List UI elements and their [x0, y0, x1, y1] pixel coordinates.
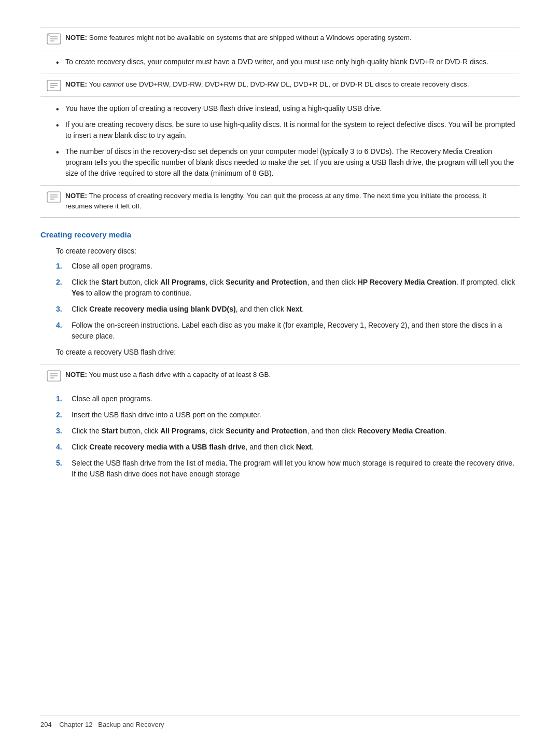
bullet-item-3: If you are creating recovery discs, be s… — [56, 119, 520, 141]
bullet-item-4: The number of discs in the recovery-disc… — [56, 146, 520, 179]
intro-dvd: To create recovery discs: — [56, 246, 520, 257]
note-icon-1: ✎ — [47, 33, 61, 45]
intro-usb: To create a recovery USB flash drive: — [56, 347, 520, 358]
note-1-body: Some features might not be available on … — [89, 34, 412, 41]
dvd-step-1: 1. Close all open programs. — [56, 261, 520, 272]
usb-step-4-num: 4. — [56, 442, 66, 453]
usb-step-2: 2. Insert the USB flash drive into a USB… — [56, 410, 520, 420]
bullet-item-1: To create recovery discs, your computer … — [56, 57, 520, 67]
usb-step-3-num: 3. — [56, 426, 66, 437]
svg-text:✎: ✎ — [48, 34, 50, 37]
note-4-text: NOTE: You must use a flash drive with a … — [65, 370, 271, 380]
note-icon-4 — [47, 370, 61, 382]
note-1-text: NOTE: Some features might not be availab… — [65, 33, 412, 43]
note-2-text: NOTE: You cannot use DVD+RW, DVD-RW, DVD… — [65, 79, 469, 90]
footer-chapter-title: Backup and Recovery — [98, 720, 164, 730]
usb-step-3-text: Click the Start button, click All Progra… — [72, 426, 446, 437]
bullet-list-1: To create recovery discs, your computer … — [56, 57, 520, 67]
section-heading: Creating recovery media — [40, 229, 520, 241]
note-3-label: NOTE: — [65, 192, 87, 200]
dvd-step-1-num: 1. — [56, 261, 66, 272]
usb-step-1: 1. Close all open programs. — [56, 393, 520, 404]
page: ✎ NOTE: Some features might not be avail… — [0, 0, 560, 745]
dvd-step-4: 4. Follow the on-screen instructions. La… — [56, 320, 520, 342]
usb-step-4: 4. Click Create recovery media with a US… — [56, 442, 520, 453]
steps-usb-list: 1. Close all open programs. 2. Insert th… — [56, 393, 520, 480]
usb-step-3: 3. Click the Start button, click All Pro… — [56, 426, 520, 437]
note-1: ✎ NOTE: Some features might not be avail… — [40, 27, 520, 50]
usb-step-1-text: Close all open programs. — [72, 393, 152, 404]
note-icon-2 — [47, 80, 61, 91]
usb-step-5-num: 5. — [56, 458, 66, 480]
dvd-step-3: 3. Click Create recovery media using bla… — [56, 304, 520, 315]
note-3-body: The process of creating recovery media i… — [65, 192, 486, 210]
footer-chapter: Chapter 12 — [59, 720, 92, 730]
usb-step-1-num: 1. — [56, 393, 66, 404]
note-2: NOTE: You cannot use DVD+RW, DVD-RW, DVD… — [40, 74, 520, 97]
note-3: NOTE: The process of creating recovery m… — [40, 185, 520, 218]
note-4: NOTE: You must use a flash drive with a … — [40, 364, 520, 387]
usb-step-2-text: Insert the USB flash drive into a USB po… — [72, 410, 261, 420]
footer-spacer2 — [92, 720, 98, 730]
bullet-item-2: You have the option of creating a recove… — [56, 103, 520, 114]
dvd-step-2-num: 2. — [56, 277, 66, 299]
note-2-body: You cannot use DVD+RW, DVD-RW, DVD+RW DL… — [89, 80, 469, 88]
note-3-text: NOTE: The process of creating recovery m… — [65, 191, 513, 212]
dvd-step-4-text: Follow the on-screen instructions. Label… — [72, 320, 520, 342]
dvd-step-2-text: Click the Start button, click All Progra… — [72, 277, 520, 299]
note-4-body: You must use a flash drive with a capaci… — [89, 371, 271, 378]
usb-step-5-text: Select the USB flash drive from the list… — [72, 458, 520, 480]
page-footer: 204 Chapter 12 Backup and Recovery — [40, 715, 520, 730]
note-2-label: NOTE: — [65, 80, 87, 88]
usb-step-4-text: Click Create recovery media with a USB f… — [72, 442, 314, 453]
note-icon-3 — [47, 191, 61, 203]
dvd-step-2: 2. Click the Start button, click All Pro… — [56, 277, 520, 299]
dvd-step-4-num: 4. — [56, 320, 66, 342]
steps-dvd-list: 1. Close all open programs. 2. Click the… — [56, 261, 520, 342]
dvd-step-1-text: Close all open programs. — [72, 261, 152, 272]
dvd-step-3-text: Click Create recovery media using blank … — [72, 304, 304, 315]
note-1-label: NOTE: — [65, 34, 87, 41]
bullet-list-2: You have the option of creating a recove… — [56, 103, 520, 179]
footer-page-number: 204 — [40, 720, 52, 730]
usb-step-5: 5. Select the USB flash drive from the l… — [56, 458, 520, 480]
footer-spacer — [52, 720, 59, 730]
usb-step-2-num: 2. — [56, 410, 66, 420]
note-4-label: NOTE: — [65, 371, 87, 378]
dvd-step-3-num: 3. — [56, 304, 66, 315]
